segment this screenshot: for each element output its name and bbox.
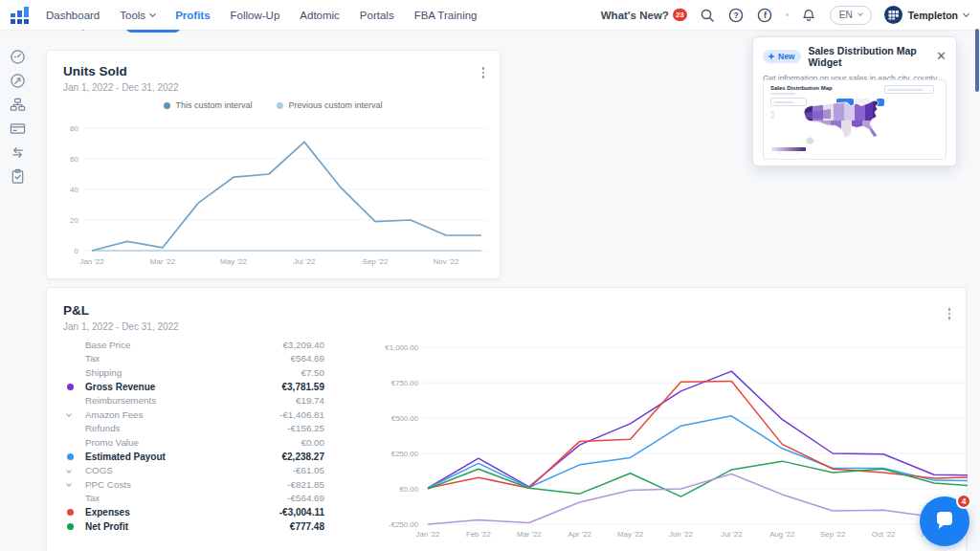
units-sold-chart: 020406080Jan '22Mar '22May '22Jul '22Sep…: [55, 114, 497, 273]
pnl-row-tax: Tax-€564.69: [64, 492, 324, 506]
svg-text:Mar '22: Mar '22: [150, 257, 176, 266]
sidebar-item-dashboard[interactable]: [0, 45, 34, 69]
svg-text:20: 20: [70, 216, 78, 225]
pnl-row-ppc-costs[interactable]: PPC Costs-€821.85: [64, 477, 324, 492]
card-title: P&L: [63, 303, 950, 318]
legend-item-previous-custom-interval[interactable]: Previous custom interval: [277, 100, 382, 110]
close-icon[interactable]: ✕: [936, 52, 947, 61]
clipboard-check-icon: [10, 168, 26, 185]
sidebar-item-billing[interactable]: [0, 117, 34, 141]
row-value: -€821.85: [287, 479, 324, 490]
row-label: Refunds: [85, 423, 121, 433]
row-value: €3,209.40: [282, 340, 324, 350]
card-menu-button[interactable]: [947, 306, 953, 321]
row-label: Net Profit: [85, 521, 128, 532]
row-value: -€156.25: [287, 423, 324, 433]
new-badge: New: [763, 50, 801, 63]
row-label: COGS: [85, 465, 113, 475]
svg-text:Jun '22: Jun '22: [669, 530, 693, 539]
legend-dot: [277, 102, 283, 109]
sidebar-item-tasks[interactable]: [0, 165, 34, 188]
nav-item-label: Profits: [175, 10, 210, 21]
row-icon-slot: [64, 412, 85, 416]
performance-gauge-icon: [10, 73, 26, 89]
row-label: Amazon Fees: [85, 409, 143, 420]
svg-text:0: 0: [75, 247, 79, 255]
svg-text:€750.00: €750.00: [391, 379, 419, 387]
nav-item-profits[interactable]: Profits: [175, 10, 210, 21]
logo-icon: [10, 6, 31, 25]
row-icon-slot: [64, 469, 85, 473]
notifications-bell-icon[interactable]: [801, 7, 817, 23]
user-menu[interactable]: Templeton: [884, 6, 969, 24]
svg-text:€250.00: €250.00: [391, 450, 419, 458]
svg-text:Jan '22: Jan '22: [416, 530, 440, 539]
row-value: €777.48: [290, 521, 324, 532]
row-label: Expenses: [85, 507, 130, 518]
language-select[interactable]: EN: [830, 6, 872, 25]
nav-item-portals[interactable]: Portals: [360, 10, 394, 21]
sparkle-icon: [768, 53, 775, 60]
app-logo[interactable]: [10, 6, 31, 25]
pnl-row-refunds: Refunds-€156.25: [64, 422, 324, 436]
pnl-row-promo-value: Promo Value€0.00: [64, 435, 324, 450]
svg-text:Mar '22: Mar '22: [517, 530, 542, 539]
pnl-row-expenses: Expenses-€3,004.11: [64, 505, 324, 519]
legend-dot: [164, 102, 170, 109]
card-title: Units Sold: [63, 64, 484, 78]
pnl-row-cogs[interactable]: COGS-€61.05: [64, 463, 324, 477]
help-icon[interactable]: ?: [728, 7, 745, 23]
row-label: Base Price: [85, 340, 130, 350]
svg-text:€500.00: €500.00: [391, 414, 419, 423]
svg-text:80: 80: [70, 124, 78, 133]
sidebar-item-products[interactable]: [0, 93, 34, 117]
chevron-down-icon: [149, 10, 156, 16]
whats-new-link[interactable]: What's New? 23: [601, 9, 687, 21]
sidebar-item-performance[interactable]: [0, 69, 34, 93]
row-label: Reimbursements: [85, 395, 156, 406]
nav-item-adtomic[interactable]: Adtomic: [300, 10, 340, 21]
nav-item-follow-up[interactable]: Follow-Up: [231, 10, 280, 21]
sidebar-item-sync[interactable]: [0, 141, 34, 165]
row-label: Gross Revenue: [85, 382, 155, 392]
sidebar: [0, 30, 34, 551]
chevron-down-icon: [858, 11, 863, 16]
row-value: -€1,406.81: [279, 409, 324, 420]
nav-item-tools[interactable]: Tools: [120, 10, 155, 21]
row-value: -€3,004.11: [279, 507, 324, 518]
legend-item-this-custom-interval[interactable]: This custom interval: [164, 100, 252, 110]
svg-text:Sep '22: Sep '22: [820, 530, 845, 539]
popup-title: Sales Distribution Map Widget: [808, 45, 929, 68]
svg-text:Nov '22: Nov '22: [434, 257, 459, 266]
series-dot: [67, 509, 74, 516]
avatar: [884, 6, 902, 24]
chat-bubble-icon: [933, 510, 956, 533]
card-date-range: Jan 1, 2022 - Dec 31, 2022: [63, 321, 950, 332]
scrollbar-thumb[interactable]: [975, 29, 979, 92]
card-menu-button[interactable]: [480, 65, 487, 80]
row-label: Tax: [85, 493, 100, 503]
svg-text:-€250.00: -€250.00: [389, 520, 418, 529]
pnl-row-base-price: Base Price€3,209.40: [64, 338, 324, 352]
chat-button[interactable]: 4: [920, 496, 969, 546]
pnl-row-estimated-payout: Estimated Payout€2,238.27: [64, 450, 324, 464]
svg-text:Feb '22: Feb '22: [466, 530, 491, 539]
series-dot: [67, 384, 74, 390]
row-value: €3,781.59: [282, 382, 325, 392]
pnl-row-gross-revenue: Gross Revenue€3,781.59: [64, 380, 324, 394]
pnl-row-amazon-fees[interactable]: Amazon Fees-€1,406.81: [64, 408, 324, 422]
svg-text:Jul '22: Jul '22: [294, 257, 316, 266]
legend-label: This custom interval: [175, 100, 252, 110]
facebook-icon[interactable]: f: [757, 7, 773, 23]
nav-item-label: Portals: [360, 10, 394, 21]
search-icon[interactable]: [700, 7, 716, 23]
whats-new-label: What's New?: [601, 10, 669, 21]
nav-item-dashboard[interactable]: Dashboard: [46, 10, 100, 21]
svg-text:€1,000.00: €1,000.00: [385, 343, 418, 352]
map-widget-preview: Sales Distribution Map: [763, 79, 947, 160]
row-value: €0.00: [301, 437, 324, 448]
svg-text:Apr '22: Apr '22: [568, 530, 590, 539]
dashboard-gauge-icon: [10, 49, 26, 65]
nav-item-fba-training[interactable]: FBA Training: [414, 10, 478, 21]
units-sold-card: Units Sold Jan 1, 2022 - Dec 31, 2022 Th…: [46, 50, 501, 279]
